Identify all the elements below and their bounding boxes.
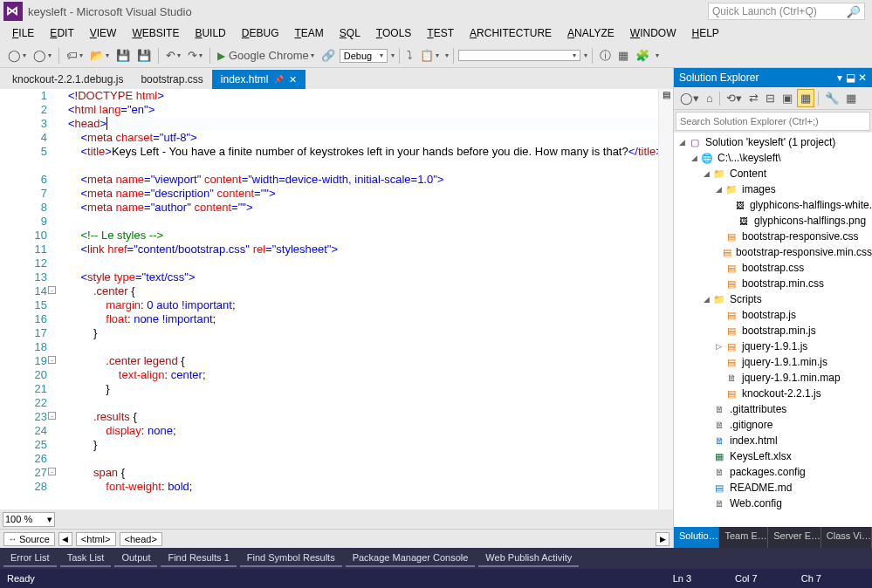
tree-node[interactable]: 🗎.gitattributes: [674, 401, 872, 417]
menu-analyze[interactable]: ANALYZE: [560, 24, 621, 42]
tree-node[interactable]: glyphicons-halflings-white.: [674, 197, 872, 213]
undo-button[interactable]: ↶▾: [163, 47, 183, 64]
menu-architecture[interactable]: ARCHITECTURE: [463, 24, 559, 42]
tree-node[interactable]: 🗎index.html: [674, 433, 872, 448]
expander-icon[interactable]: ◢: [677, 138, 686, 147]
panel-tab[interactable]: Server E…: [768, 527, 821, 548]
nav-forward-button[interactable]: ◯▾: [31, 47, 54, 64]
tree-node[interactable]: ◢images: [674, 181, 872, 197]
tree-node[interactable]: ◢Scripts: [674, 291, 872, 307]
tree-node[interactable]: ◢▢Solution 'keysleft' (1 project): [674, 134, 872, 150]
tool-tab-find-results-1[interactable]: Find Results 1: [161, 550, 236, 567]
breadcrumb-head[interactable]: <head>: [120, 532, 162, 546]
fold-icon[interactable]: -: [48, 468, 56, 475]
menu-view[interactable]: VIEW: [83, 24, 124, 42]
tool-tab-web-publish-activity[interactable]: Web Publish Activity: [478, 550, 579, 567]
zoom-dropdown[interactable]: 100 %▾: [3, 512, 55, 527]
tree-node[interactable]: ▤bootstrap-responsive.css: [674, 229, 872, 244]
tree-node[interactable]: ▤bootstrap-responsive.min.css: [674, 244, 872, 260]
tool-tab-task-list[interactable]: Task List: [60, 550, 112, 567]
info-icon[interactable]: ⓘ: [597, 46, 614, 65]
tool-tab-find-symbol-results[interactable]: Find Symbol Results: [240, 550, 342, 567]
panel-tab[interactable]: Class Vi…: [821, 527, 872, 548]
extension-icon-2[interactable]: 🧩: [633, 47, 652, 64]
tree-node[interactable]: ▤knockout-2.2.1.js: [674, 386, 872, 401]
expander-icon[interactable]: ◢: [702, 295, 711, 304]
collapse-button[interactable]: ⊟: [763, 90, 778, 106]
tree-node[interactable]: ▤bootstrap.min.js: [674, 323, 872, 338]
breadcrumb-back[interactable]: ◀: [58, 532, 72, 546]
source-view-button[interactable]: ↔Source: [3, 532, 55, 546]
tree-node[interactable]: 🗎.gitignore: [674, 417, 872, 433]
save-button[interactable]: 💾: [113, 47, 133, 64]
run-button[interactable]: ▶Google Chrome▾: [215, 47, 317, 64]
home-button[interactable]: ⌂: [704, 90, 716, 106]
menu-debug[interactable]: DEBUG: [235, 24, 286, 42]
tool-tab-package-manager-console[interactable]: Package Manager Console: [346, 550, 476, 567]
tree-node[interactable]: 🗎packages.config: [674, 464, 872, 480]
tree-node[interactable]: ◢🌐C:\...\keysleft\: [674, 150, 872, 166]
breadcrumb-forward[interactable]: ▶: [656, 532, 669, 546]
solution-tree[interactable]: ◢▢Solution 'keysleft' (1 project)◢🌐C:\..…: [674, 133, 872, 527]
pin-icon[interactable]: 📌: [274, 75, 284, 84]
back-button[interactable]: ◯▾: [677, 90, 702, 106]
solution-search[interactable]: [676, 112, 870, 131]
open-file-button[interactable]: 📂▾: [87, 47, 112, 64]
expander-icon[interactable]: ◢: [702, 169, 711, 178]
split-icon[interactable]: ▤: [660, 90, 673, 103]
tool-tab-error-list[interactable]: Error List: [3, 550, 57, 567]
nav-back-button[interactable]: ◯▾: [5, 47, 29, 64]
breadcrumb-html[interactable]: <html>: [76, 532, 116, 546]
tree-node[interactable]: ▤bootstrap.min.css: [674, 276, 872, 291]
tool-tab-output[interactable]: Output: [114, 550, 157, 567]
menu-edit[interactable]: EDIT: [43, 24, 80, 42]
quick-launch-input[interactable]: Quick Launch (Ctrl+Q) 🔍: [708, 3, 865, 20]
menu-tools[interactable]: TOOLS: [369, 24, 418, 42]
expander-icon[interactable]: ◢: [690, 154, 698, 162]
tree-node[interactable]: 🗎jquery-1.9.1.min.map: [674, 370, 872, 386]
refresh-button[interactable]: ⇄: [746, 90, 761, 106]
panel-tab[interactable]: Solutio…: [674, 527, 719, 548]
process-dropdown[interactable]: 📋▾: [417, 47, 442, 64]
menu-build[interactable]: BUILD: [188, 24, 232, 42]
tab-bootstrap-css[interactable]: bootstrap.css: [132, 70, 211, 89]
menu-team[interactable]: TEAM: [287, 24, 330, 42]
preview-button[interactable]: ▦: [797, 89, 814, 107]
properties-button[interactable]: 🔧: [822, 90, 841, 106]
vertical-scrollbar[interactable]: ▤: [658, 89, 673, 509]
pin-icon[interactable]: ▾ ⬓ ✕: [837, 72, 867, 84]
tab-knockout-2-2-1-debug-js[interactable]: knockout-2.2.1.debug.js: [3, 70, 132, 89]
code-area[interactable]: <!DOCTYPE html><html lang="en"><head> <m…: [52, 89, 673, 509]
menu-sql[interactable]: SQL: [333, 24, 367, 42]
close-icon[interactable]: ✕: [289, 74, 297, 85]
menu-website[interactable]: WEBSITE: [125, 24, 186, 42]
tab-index-html[interactable]: index.html📌✕: [212, 70, 306, 89]
fold-icon[interactable]: -: [48, 356, 56, 364]
code-editor[interactable]: 12345 67891011121314-1516171819-20212223…: [0, 89, 673, 509]
panel-tab[interactable]: Team E…: [719, 527, 768, 548]
tree-node[interactable]: ▤jquery-1.9.1.min.js: [674, 354, 872, 370]
sync-button[interactable]: ⟲▾: [724, 90, 745, 106]
tree-node[interactable]: ◢Content: [674, 166, 872, 181]
tree-node[interactable]: ▤bootstrap.css: [674, 260, 872, 276]
browser-link-button[interactable]: 🔗: [319, 47, 338, 64]
fold-icon[interactable]: -: [48, 286, 56, 294]
menu-test[interactable]: TEST: [420, 24, 461, 42]
fold-icon[interactable]: -: [48, 412, 56, 420]
platform-dropdown[interactable]: ▾: [458, 50, 580, 61]
tree-node[interactable]: glyphicons-halflings.png: [674, 213, 872, 229]
config-dropdown[interactable]: Debug▾: [340, 49, 388, 63]
menu-window[interactable]: WINDOW: [623, 24, 683, 42]
extension-icon[interactable]: ▦: [615, 47, 631, 64]
tree-node[interactable]: ▤README.md: [674, 480, 872, 496]
step-button[interactable]: ⤵: [404, 47, 415, 64]
expander-icon[interactable]: ▷: [714, 342, 723, 351]
menu-file[interactable]: FILE: [5, 24, 41, 42]
tree-node[interactable]: ▷▤jquery-1.9.1.js: [674, 338, 872, 354]
save-all-button[interactable]: 💾: [134, 47, 154, 64]
redo-button[interactable]: ↷▾: [185, 47, 205, 64]
solution-search-input[interactable]: [676, 112, 870, 131]
expander-icon[interactable]: ◢: [714, 185, 723, 194]
tree-node[interactable]: ▤bootstrap.js: [674, 307, 872, 323]
tree-node[interactable]: ▦KeysLeft.xlsx: [674, 448, 872, 464]
